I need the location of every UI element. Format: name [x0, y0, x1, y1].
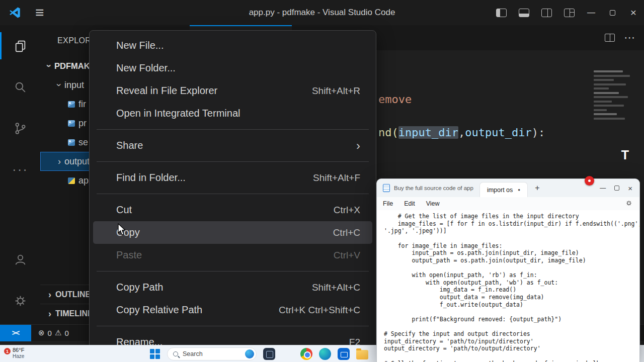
start-button[interactable]: [150, 349, 160, 359]
new-tab-button[interactable]: +: [535, 184, 539, 193]
notepad-text[interactable]: # Get the list of image files in the inp…: [377, 210, 639, 362]
minimap-line: [594, 75, 630, 77]
task-view-icon: [263, 348, 275, 360]
error-icon: ⊗: [38, 328, 45, 337]
search-label: Search: [183, 350, 245, 357]
notepad-titlebar: Buy the full source code of app import o…: [377, 179, 639, 197]
menu-item-label: New File...: [116, 40, 360, 51]
code-token: ,: [458, 126, 465, 139]
sidebar-item-explorer[interactable]: [0, 25, 40, 66]
menu-view[interactable]: View: [426, 200, 440, 207]
notepad-app-icon: [383, 184, 390, 192]
menu-edit[interactable]: Edit: [404, 200, 415, 207]
minimap-line: [594, 109, 607, 111]
chevron-right-icon: ›: [48, 290, 51, 299]
error-count: 0: [48, 329, 52, 337]
layout-panel-icon: [519, 9, 529, 17]
remote-indicator[interactable]: ><: [0, 325, 31, 341]
notepad-body[interactable]: # Get the list of image files in the inp…: [377, 210, 639, 362]
explorer-item-label: output: [64, 156, 90, 167]
menu-file[interactable]: File: [383, 200, 393, 207]
menu-item-label: Share: [116, 140, 356, 151]
minimap-line: [594, 118, 625, 120]
chrome-icon: [300, 348, 312, 360]
store-button[interactable]: [337, 347, 350, 360]
close-button[interactable]: ×: [623, 0, 644, 25]
toggle-panel-button[interactable]: [513, 9, 535, 17]
maximize-button[interactable]: [602, 0, 623, 25]
activity-bar: ···: [0, 25, 40, 324]
settings-button[interactable]: [0, 280, 40, 321]
minimize-button[interactable]: —: [581, 0, 602, 25]
code-token: output_dir: [465, 126, 531, 139]
menu-item-reveal-in-file-explorer[interactable]: Reveal in File ExplorerShift+Alt+R: [93, 79, 372, 102]
problems-status[interactable]: ⊗ 0 ⚠ 0: [38, 328, 69, 337]
menu-item-copy[interactable]: CopyCtrl+C: [93, 221, 372, 244]
menu-item-new-file[interactable]: New File...: [93, 34, 372, 57]
toggle-secondary-sidebar-button[interactable]: [535, 9, 558, 17]
vscode-logo-icon: [9, 7, 21, 19]
explorer-item-label: fir: [78, 99, 86, 110]
code-token: emove: [378, 93, 412, 106]
more-actions-button[interactable]: ···: [0, 149, 40, 190]
menu-shortcut: Ctrl+C: [333, 227, 360, 238]
taskbar-search[interactable]: Search: [167, 347, 257, 360]
split-editor-icon[interactable]: [605, 34, 615, 42]
menu-item-copy-path[interactable]: Copy PathShift+Alt+C: [93, 276, 372, 299]
files-icon: [14, 39, 27, 53]
menu-shortcut: Ctrl+X: [334, 205, 360, 216]
folder-button[interactable]: [356, 347, 369, 360]
minimap[interactable]: [594, 70, 637, 122]
image-file-icon: [68, 120, 75, 127]
toggle-sidebar-button[interactable]: [490, 9, 513, 17]
menu-item-label: Copy: [116, 227, 333, 238]
file-explorer-button[interactable]: [281, 347, 294, 360]
menu-item-find-in-folder[interactable]: Find in Folder...Shift+Alt+F: [93, 166, 372, 189]
python-file-icon: [68, 177, 75, 184]
menu-separator: [90, 125, 376, 134]
menu-item-new-folder[interactable]: New Folder...: [93, 57, 372, 79]
layout-sidebar-icon: [496, 9, 507, 17]
edge-button[interactable]: [318, 347, 332, 360]
minimap-line: [594, 113, 617, 115]
weather-widget[interactable]: 1 86°F Haze: [4, 347, 24, 359]
menu-icon[interactable]: ≡: [35, 5, 44, 20]
search-icon: [14, 80, 27, 94]
sidebar-item-search[interactable]: [0, 66, 40, 108]
menu-item-label: Cut: [116, 204, 334, 216]
gear-icon: [625, 200, 632, 207]
task-view-button[interactable]: [263, 347, 276, 360]
notepad-minimize-button[interactable]: —: [600, 185, 606, 192]
sidebar-item-source-control[interactable]: [0, 108, 40, 149]
menu-item-cut[interactable]: CutCtrl+X: [93, 199, 372, 221]
customize-layout-button[interactable]: [558, 9, 581, 17]
image-file-icon: [68, 139, 75, 146]
menu-separator: [90, 189, 376, 199]
code-line: emove: [378, 93, 412, 106]
menu-item-paste[interactable]: PasteCtrl+V: [93, 244, 372, 266]
source-control-icon: [14, 122, 27, 135]
notepad-settings-button[interactable]: [625, 200, 632, 209]
notepad-close-button[interactable]: ×: [628, 184, 632, 193]
menu-separator: [90, 321, 376, 331]
chevron-down-icon: ›: [45, 64, 54, 67]
notepad-tab-active[interactable]: import os ●: [479, 182, 528, 197]
menu-item-copy-relative-path[interactable]: Copy Relative PathCtrl+K Ctrl+Shift+C: [93, 299, 372, 321]
minimap-line: [594, 83, 626, 85]
menu-item-label: Paste: [116, 249, 334, 261]
menu-item-open-in-integrated-terminal[interactable]: Open in Integrated Terminal: [93, 102, 372, 125]
notepad-maximize-button[interactable]: [614, 186, 619, 191]
minimap-line: [594, 70, 623, 72]
notepad-tab-inactive[interactable]: Buy the full source code of app: [394, 185, 473, 191]
warning-icon: ⚠: [55, 328, 61, 337]
chrome-button[interactable]: [300, 347, 313, 360]
chevron-down-icon: ›: [55, 83, 64, 86]
chevron-right-icon: ›: [58, 157, 61, 166]
weather-condition: Haze: [13, 353, 24, 359]
accounts-button[interactable]: [0, 239, 40, 280]
menu-item-share[interactable]: Share›: [93, 134, 372, 157]
menu-item-label: Copy Path: [116, 282, 312, 293]
titlebar: ≡ app.py - pdfmake - Visual Studio Code …: [0, 0, 644, 25]
section-label: TIMELINE: [55, 309, 93, 318]
menu-item-label: Find in Folder...: [116, 172, 313, 184]
